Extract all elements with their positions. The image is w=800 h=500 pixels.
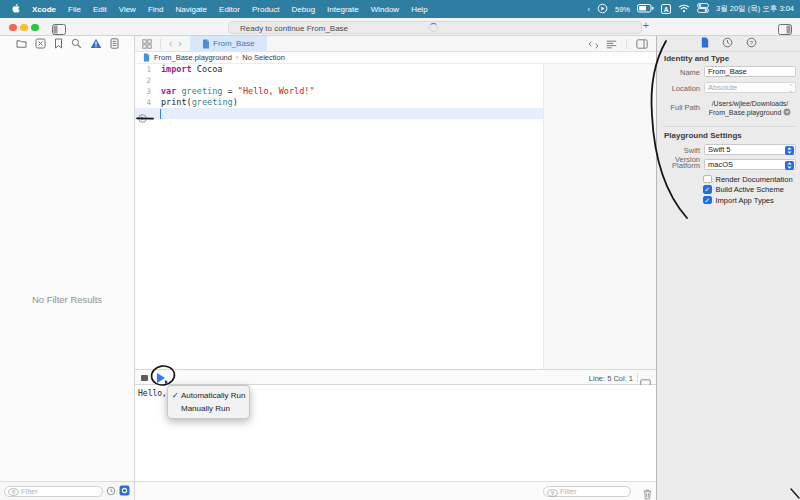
menu-edit[interactable]: Edit xyxy=(93,5,107,14)
breadcrumb-selection[interactable]: No Selection xyxy=(242,53,285,62)
go-forward-button[interactable]: › xyxy=(178,39,181,49)
checkbox-icon[interactable]: ✓ xyxy=(703,185,712,194)
checkbox-build-active-scheme[interactable]: ✓Build Active Scheme xyxy=(703,185,784,195)
report-navigator-icon[interactable] xyxy=(110,35,119,53)
breadcrumb-file[interactable]: From_Base.playground xyxy=(154,53,232,62)
line-number: 1 xyxy=(135,64,151,75)
identity-section-header: Identity and Type xyxy=(664,54,729,63)
code-line: var greeting = "Hello, World!" xyxy=(161,86,315,97)
control-center-icon[interactable] xyxy=(697,3,709,15)
open-path-arrow-icon[interactable] xyxy=(783,108,791,116)
navigator-filter-bar: Filter xyxy=(0,481,134,500)
checkbox-label: Import App Types xyxy=(716,196,774,205)
find-navigator-icon[interactable] xyxy=(71,35,82,53)
code-line xyxy=(161,108,315,119)
chevron-left-icon[interactable]: ‹ xyxy=(588,5,591,14)
code-token: "Hello, World!" xyxy=(238,86,315,96)
menu-product[interactable]: Product xyxy=(252,5,280,14)
menu-integrate[interactable]: Integrate xyxy=(327,5,359,14)
checkmark-icon: ✓ xyxy=(172,391,181,400)
name-field[interactable]: From_Base xyxy=(704,66,796,77)
popup-item-automatically-run[interactable]: ✓Automatically Run xyxy=(168,389,249,403)
battery-icon[interactable] xyxy=(637,4,654,15)
code-token: = xyxy=(222,86,237,96)
code-token: Cocoa xyxy=(192,64,223,74)
checkbox-import-app-types[interactable]: ✓Import App Types xyxy=(703,195,774,205)
go-back-button[interactable]: ‹ xyxy=(169,39,172,49)
menu-editor[interactable]: Editor xyxy=(219,5,240,14)
related-items-icon[interactable] xyxy=(142,35,152,53)
help-inspector-tab[interactable]: ? xyxy=(746,37,757,50)
playground-file-icon xyxy=(202,39,210,49)
project-navigator-icon[interactable] xyxy=(16,35,27,53)
tab-from-base[interactable]: From_Base xyxy=(190,36,267,52)
bookmark-navigator-icon[interactable] xyxy=(54,35,63,53)
close-window-button[interactable] xyxy=(9,24,17,32)
code-token: greeting xyxy=(192,97,233,107)
swift-version-dropdown[interactable]: Swift 5 xyxy=(704,144,796,155)
menu-file[interactable]: File xyxy=(68,5,81,14)
navigator-filter-placeholder: Filter xyxy=(21,487,38,496)
wifi-icon[interactable] xyxy=(678,4,690,15)
code-line xyxy=(161,75,315,86)
console-filter-input[interactable]: Filter xyxy=(543,486,631,497)
checkbox-render-documentation[interactable]: Render Documentation xyxy=(703,174,793,184)
checkbox-label: Build Active Scheme xyxy=(716,185,784,194)
menu-status-area: ‹ 59% A 3월 20일 (목) 오후 3:04 xyxy=(588,3,794,16)
recent-files-clock-icon[interactable] xyxy=(106,482,116,500)
menu-view[interactable]: View xyxy=(119,5,136,14)
adjust-editor-icon[interactable] xyxy=(636,35,648,53)
name-label: Name xyxy=(657,68,700,77)
file-inspector-tab[interactable] xyxy=(701,37,709,50)
navigator-filter-input[interactable]: Filter xyxy=(4,486,103,497)
code-review-icon[interactable] xyxy=(588,35,599,53)
menu-find[interactable]: Find xyxy=(148,5,164,14)
platform-label: Platform xyxy=(657,161,700,170)
popup-item-label: Manually Run xyxy=(181,404,230,413)
play-circle-icon[interactable] xyxy=(597,3,608,16)
run-options-chevron-icon[interactable] xyxy=(165,380,168,384)
jump-bar[interactable]: From_Base.playground › No Selection xyxy=(135,52,656,64)
fullpath-label: Full Path xyxy=(657,103,700,112)
menu-help[interactable]: Help xyxy=(411,5,427,14)
menu-navigate[interactable]: Navigate xyxy=(175,5,207,14)
code-line: import Cocoa xyxy=(161,64,315,75)
run-playground-button[interactable] xyxy=(157,373,165,383)
fullpath-line1: /Users/wjlee/Downloads/ xyxy=(712,100,789,107)
name-value: From_Base xyxy=(708,67,747,76)
input-source-icon[interactable]: A xyxy=(661,4,671,14)
code-token: greeting xyxy=(181,86,222,96)
checkbox-icon[interactable] xyxy=(703,175,712,184)
apple-icon[interactable] xyxy=(12,3,22,15)
stepper-icon xyxy=(785,161,794,170)
menu-clock[interactable]: 3월 20일 (목) 오후 3:04 xyxy=(716,4,794,14)
checkbox-icon[interactable]: ✓ xyxy=(703,196,712,205)
text-cursor xyxy=(160,109,162,119)
line-number: 4 xyxy=(135,97,151,108)
line-number: 2 xyxy=(135,75,151,86)
xcode-window: XcodeFileEditViewFindNavigateEditorProdu… xyxy=(0,0,800,500)
minimize-window-button[interactable] xyxy=(20,24,28,32)
zoom-window-button[interactable] xyxy=(31,24,39,32)
console-toggle-icon[interactable] xyxy=(141,375,148,382)
line-number-gutter: 1234 xyxy=(135,64,151,108)
issue-navigator-icon[interactable] xyxy=(90,35,102,53)
history-inspector-tab[interactable] xyxy=(722,37,733,50)
source-editor[interactable]: 1234 import Cocoavar greeting = "Hello, … xyxy=(135,64,656,369)
progress-spinner-icon xyxy=(429,23,438,32)
add-editor-button[interactable]: + xyxy=(639,19,653,31)
menu-xcode[interactable]: Xcode xyxy=(32,5,56,14)
editor-tab-bar: ‹ › From_Base xyxy=(135,36,656,52)
run-options-popup-menu: ✓Automatically RunManually Run xyxy=(167,385,250,419)
platform-dropdown[interactable]: macOS xyxy=(704,159,796,170)
run-to-line-button[interactable] xyxy=(138,109,147,118)
changes-navigator-icon[interactable] xyxy=(35,35,46,53)
source-control-status-button[interactable] xyxy=(119,482,130,500)
location-dropdown[interactable]: Absolute ⌃⌄ xyxy=(704,82,796,93)
menu-debug[interactable]: Debug xyxy=(292,5,316,14)
minimap-icon[interactable] xyxy=(606,35,617,53)
popup-item-manually-run[interactable]: Manually Run xyxy=(168,402,249,416)
battery-percent: 59% xyxy=(615,5,630,14)
clear-console-trash-icon[interactable] xyxy=(643,486,652,500)
menu-window[interactable]: Window xyxy=(371,5,399,14)
